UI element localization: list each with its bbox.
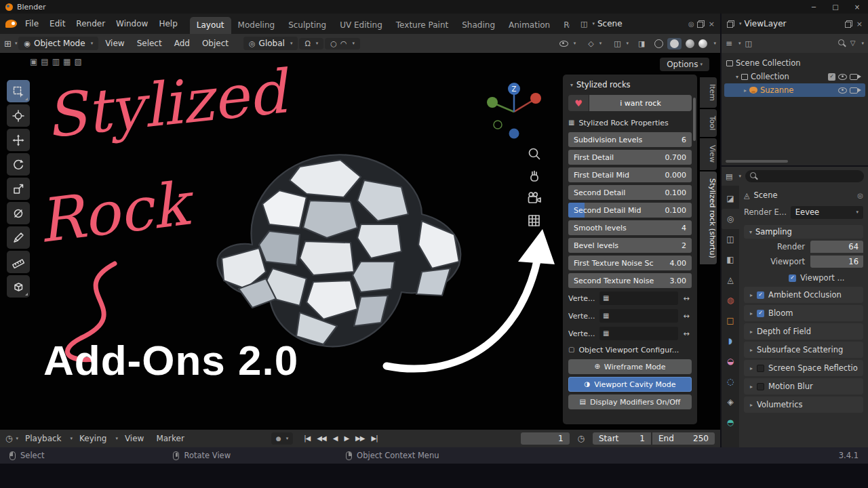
menu-help[interactable]: Help <box>153 16 182 31</box>
menu-marker[interactable]: Marker <box>151 431 189 446</box>
menu-playback[interactable]: Playback <box>20 431 67 446</box>
tab-constraints[interactable]: ◈ <box>722 392 739 412</box>
current-frame-field[interactable]: 1 <box>521 432 570 445</box>
gizmo-y-axis[interactable] <box>487 97 498 108</box>
tab-physics[interactable]: ◌ <box>722 371 739 392</box>
editor-type-icon[interactable]: ⊞ <box>4 39 12 48</box>
search-icon[interactable] <box>838 39 846 47</box>
outliner-editor-icon[interactable]: ≡ <box>726 39 732 47</box>
collection-checkbox[interactable]: ✓ <box>828 73 835 81</box>
menu-file[interactable]: File <box>20 16 44 31</box>
overlays-dropdown[interactable]: ◫ ▾ <box>608 38 634 49</box>
menu-select[interactable]: Select <box>132 36 167 51</box>
mode-dropdown[interactable]: ◉ Object Mode ▾ <box>18 37 98 50</box>
slider-first-texture-noise[interactable]: First Texture Noise Sc 4.00 <box>568 256 692 270</box>
slider-first-detail[interactable]: First Detail 0.700 <box>568 150 692 165</box>
menu-render[interactable]: Render <box>71 16 111 31</box>
workspace-tab-modeling[interactable]: Modeling <box>231 17 282 34</box>
transform-orientation-dropdown[interactable]: ◎ Global ▾ <box>243 37 298 50</box>
panel-motion-blur[interactable]: ▸ Motion Blur <box>744 378 863 394</box>
gizmo-neg-z-axis[interactable] <box>509 129 519 139</box>
next-keyframe-button[interactable]: ▶▶ <box>355 435 364 442</box>
pin-icon[interactable]: ◎ <box>857 192 863 199</box>
panel-scrollbar[interactable] <box>693 98 696 141</box>
transform-tool[interactable] <box>7 202 30 224</box>
new-scene-icon[interactable] <box>697 20 705 28</box>
camera-view-icon[interactable] <box>526 191 542 206</box>
expand-icon[interactable]: ▸ <box>744 87 747 94</box>
menu-view[interactable]: View <box>100 36 130 51</box>
display-mode-icon[interactable]: ◫ <box>745 40 752 47</box>
end-frame-field[interactable]: End 250 <box>652 432 715 445</box>
rotate-tool[interactable] <box>7 153 30 176</box>
select-option-icon[interactable]: ▣ <box>30 58 37 66</box>
select-option-icon[interactable]: ▦ <box>63 58 71 66</box>
vertex-group-field[interactable]: ▦ <box>599 291 678 305</box>
navigation-gizmo[interactable]: Z <box>483 80 545 142</box>
tab-data[interactable]: ◓ <box>722 412 739 432</box>
zoom-icon[interactable] <box>527 146 542 161</box>
pan-hand-icon[interactable] <box>527 169 542 184</box>
sampling-render-value[interactable]: 64 <box>810 241 863 253</box>
jump-to-start-button[interactable]: |◀ <box>304 435 310 442</box>
tab-scene[interactable]: ◬ <box>722 270 739 290</box>
render-camera-icon[interactable] <box>850 87 858 94</box>
workspace-tab-rendering[interactable]: Renc <box>557 17 570 34</box>
play-reverse-button[interactable]: ◀ <box>333 435 338 442</box>
slider-second-texture-noise[interactable]: Second Texture Noise 3.00 <box>568 273 692 288</box>
previous-keyframe-button[interactable]: ◀◀ <box>317 435 326 442</box>
swap-icon[interactable]: ↔ <box>681 312 692 321</box>
xray-toggle-icon[interactable]: ◨ <box>635 40 648 47</box>
display-modifiers-button[interactable]: ▤ Display Modifiers On/Off <box>568 394 692 409</box>
menu-edit[interactable]: Edit <box>44 16 71 31</box>
panel-screen-space-reflections[interactable]: ▸ Screen Space Reflectio <box>744 360 863 376</box>
panel-bloom[interactable]: ▸ ✓ Bloom <box>744 305 863 321</box>
add-cube-tool[interactable] <box>7 275 30 298</box>
new-viewlayer-icon[interactable] <box>845 20 852 28</box>
workspace-tab-texture-paint[interactable]: Texture Paint <box>389 17 455 34</box>
outliner-row-scene-collection[interactable]: Scene Collection <box>724 56 865 70</box>
slider-bevel-levels[interactable]: Bevel levels 2 <box>568 238 692 253</box>
checkbox-unchecked-icon[interactable] <box>757 365 764 372</box>
tab-render[interactable]: ◎ <box>722 209 739 229</box>
material-shading-icon[interactable] <box>686 39 694 48</box>
slider-subdivision-levels[interactable]: Subdivision Levels 6 <box>568 132 692 147</box>
tab-object[interactable]: □ <box>722 310 739 331</box>
viewport-denoise-checkbox-row[interactable]: ✓ Viewport ... <box>744 271 863 285</box>
hide-eye-icon[interactable] <box>838 87 847 94</box>
jump-to-end-button[interactable]: ▶| <box>371 435 377 442</box>
workspace-tab-sculpting[interactable]: Sculpting <box>281 17 333 34</box>
maximize-button[interactable]: □ <box>825 0 846 14</box>
auto-keyframe-button[interactable]: ● ▾ <box>271 432 293 445</box>
scene-selector[interactable]: ◫ ▾ Scene ◎ × <box>576 19 720 28</box>
wireframe-shading-icon[interactable] <box>654 39 663 48</box>
menu-object[interactable]: Object <box>197 36 234 51</box>
tab-tool[interactable]: ◪ <box>722 188 739 209</box>
properties-search-input[interactable] <box>745 170 864 182</box>
i-want-rock-button[interactable]: ♥ i want rock <box>568 95 692 111</box>
sidebar-tab-stylized-rock[interactable]: Stylized rock (shortu) <box>700 171 717 265</box>
cursor-tool[interactable] <box>7 104 30 127</box>
unlink-scene-icon[interactable]: × <box>707 20 716 28</box>
swap-icon[interactable]: ↔ <box>681 329 692 338</box>
sampling-section-header[interactable]: ▾ Sampling <box>744 225 863 239</box>
outliner-scrollbar[interactable] <box>726 160 788 163</box>
start-frame-field[interactable]: Start 1 <box>593 432 651 445</box>
menu-add[interactable]: Add <box>169 36 195 51</box>
measure-tool[interactable] <box>7 251 30 273</box>
select-option-icon[interactable]: ▧ <box>74 58 81 66</box>
wireframe-mode-button[interactable]: ⊕ Wireframe Mode <box>568 359 692 374</box>
slider-first-detail-mid[interactable]: First Detail Mid 0.000 <box>568 167 692 182</box>
timeline-editor-icon[interactable]: ◷ <box>5 434 12 443</box>
gizmos-dropdown[interactable]: ◇ ▾ <box>583 38 607 49</box>
select-box-tool[interactable] <box>7 80 30 102</box>
select-option-icon[interactable]: ▥ <box>52 58 60 66</box>
panel-depth-of-field[interactable]: ▸ Depth of Field <box>744 323 863 340</box>
tab-modifiers[interactable]: ◗ <box>722 331 739 351</box>
workspace-tab-shading[interactable]: Shading <box>455 17 502 34</box>
solid-shading-icon[interactable] <box>670 39 679 48</box>
gizmo-x-axis[interactable] <box>530 93 541 104</box>
scale-tool[interactable] <box>7 178 30 200</box>
slider-smooth-levels[interactable]: Smooth levels 4 <box>568 220 692 235</box>
slider-second-detail[interactable]: Second Detail 0.100 <box>568 185 692 200</box>
